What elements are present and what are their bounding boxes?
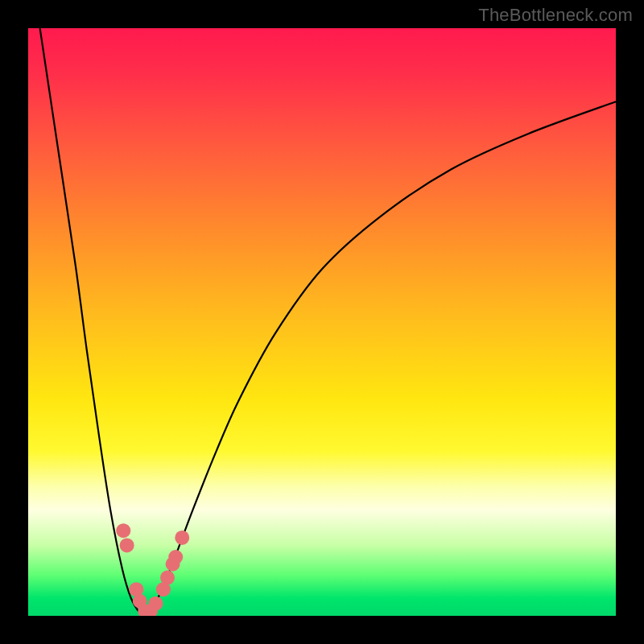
marker-point	[148, 597, 163, 611]
marker-point	[168, 550, 183, 564]
chart-svg	[28, 28, 616, 616]
right-branch-curve	[146, 101, 616, 616]
marker-point	[160, 571, 175, 585]
marker-point	[175, 530, 189, 545]
plot-area	[28, 28, 616, 616]
marker-point	[116, 523, 130, 538]
marker-point	[120, 538, 134, 552]
chart-frame: TheBottleneck.com	[0, 0, 644, 644]
marker-group	[116, 523, 189, 616]
watermark-text: TheBottleneck.com	[478, 5, 633, 26]
